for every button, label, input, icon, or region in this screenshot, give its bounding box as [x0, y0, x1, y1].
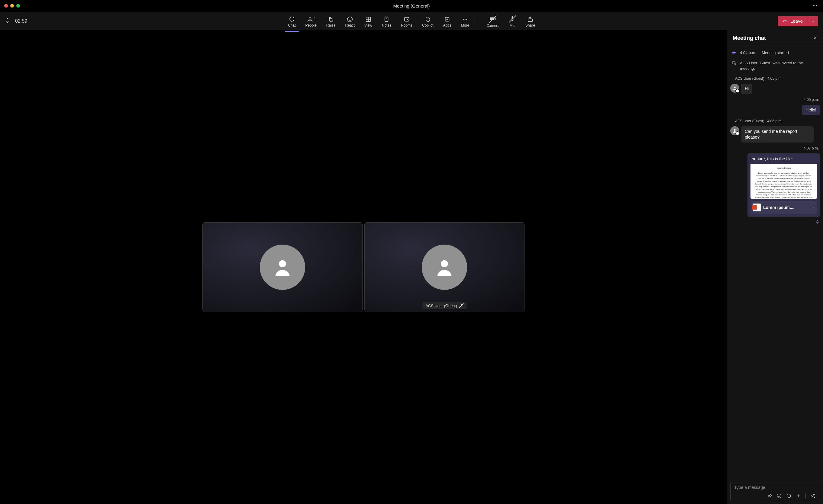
svg-point-2	[816, 5, 817, 5]
svg-point-22	[734, 129, 735, 131]
message-time: 4:05 p.m.	[768, 76, 783, 81]
svg-rect-7	[385, 17, 388, 21]
react-button[interactable]: React	[344, 15, 356, 27]
svg-point-1	[815, 5, 815, 5]
message-text: for sure, this is the file:	[751, 157, 817, 161]
zoom-window-button[interactable]	[16, 4, 20, 8]
svg-point-4	[309, 17, 311, 19]
read-receipt-icon	[816, 219, 820, 225]
file-message[interactable]: for sure, this is the file: Lorem ipsum …	[748, 154, 820, 217]
view-button[interactable]: View	[363, 15, 373, 27]
system-time: 4:04 p.m.	[740, 50, 756, 55]
people-label: People	[305, 23, 316, 27]
svg-point-3	[290, 17, 294, 21]
svg-point-23	[811, 207, 811, 208]
share-button[interactable]: Share	[524, 15, 536, 27]
svg-point-24	[812, 207, 812, 208]
system-text: Meeting started	[762, 50, 789, 55]
powerpoint-icon	[753, 204, 761, 211]
notes-label: Notes	[382, 23, 391, 27]
leave-options-button[interactable]	[808, 16, 818, 26]
attach-button[interactable]	[796, 493, 801, 499]
camera-label: Camera	[486, 24, 499, 28]
message-time: 4:06 p.m.	[768, 119, 783, 123]
camera-button[interactable]: Camera	[485, 14, 501, 28]
camera-off-icon	[489, 15, 496, 23]
chat-label: Chat	[288, 23, 296, 27]
share-label: Share	[525, 23, 535, 27]
file-preview: Lorem ipsum Lorem ipsum dolor sit amet, …	[751, 164, 817, 199]
svg-point-12	[467, 19, 467, 20]
mic-label: Mic	[509, 24, 515, 28]
copilot-button[interactable]: Copilot	[421, 15, 435, 27]
leave-label: Leave	[790, 18, 803, 24]
message-bubble[interactable]: Hi	[741, 84, 752, 94]
participant-tile-2[interactable]: ACS User (Guest)	[364, 222, 524, 312]
doc-preview-title: Lorem ipsum	[777, 167, 791, 170]
chat-button[interactable]: Chat	[287, 15, 297, 27]
svg-point-10	[463, 19, 464, 20]
svg-point-15	[279, 260, 286, 267]
people-count: 2	[314, 17, 315, 21]
more-button[interactable]: More	[460, 15, 470, 27]
shield-icon[interactable]	[5, 18, 10, 24]
compose-area	[727, 479, 823, 504]
rooms-label: Rooms	[401, 23, 413, 27]
title-more-button[interactable]	[812, 3, 818, 9]
participant-tile-1[interactable]	[202, 222, 362, 312]
view-label: View	[364, 23, 372, 27]
video-stage: ACS User (Guest)	[0, 30, 727, 504]
participant-label: ACS User (Guest)	[423, 302, 467, 309]
svg-rect-13	[511, 16, 513, 19]
mic-button[interactable]: Mic	[508, 14, 517, 28]
chat-panel: Meeting chat 4:04 p.m. Meeting started	[727, 30, 823, 504]
titlebar: Meeting (General)	[0, 0, 823, 11]
raise-button[interactable]: Raise	[325, 15, 337, 27]
avatar-icon	[422, 245, 467, 290]
minimize-window-button[interactable]	[10, 4, 14, 8]
video-icon	[731, 50, 737, 55]
svg-point-25	[813, 207, 814, 208]
window-title: Meeting (General)	[393, 3, 430, 8]
message-sender: ACS User (Guest)	[735, 119, 765, 123]
svg-rect-17	[461, 304, 462, 306]
emoji-button[interactable]	[777, 493, 782, 499]
message-bubble[interactable]: Can you send me the report please?	[741, 126, 814, 143]
svg-point-16	[441, 260, 448, 267]
more-label: More	[461, 23, 469, 27]
apps-label: Apps	[443, 23, 451, 27]
message-sender: ACS User (Guest)	[735, 76, 765, 81]
apps-button[interactable]: Apps	[442, 15, 452, 27]
doc-preview-body: Lorem ipsum dolor sit amet, consectetur …	[755, 172, 813, 199]
message-input[interactable]	[734, 485, 816, 490]
close-window-button[interactable]	[4, 4, 8, 8]
system-message: ACS User (Guest) was invited to the meet…	[730, 59, 820, 72]
participant-name: ACS User (Guest)	[426, 303, 457, 308]
notes-button[interactable]: Notes	[381, 15, 392, 27]
message-bubble[interactable]: Hello!	[802, 105, 820, 115]
mic-muted-icon	[460, 303, 464, 308]
svg-rect-8	[404, 17, 409, 21]
meeting-timer: 02:59	[15, 18, 27, 24]
svg-point-0	[813, 5, 814, 5]
file-more-button[interactable]	[810, 205, 815, 211]
svg-point-11	[465, 19, 466, 20]
chat-panel-title: Meeting chat	[733, 35, 766, 41]
react-label: React	[345, 23, 355, 27]
svg-point-5	[347, 17, 353, 22]
loop-button[interactable]	[786, 493, 792, 499]
system-text: ACS User (Guest) was invited to the meet…	[740, 60, 819, 71]
system-message: 4:04 p.m. Meeting started	[730, 49, 820, 57]
leave-button[interactable]: Leave	[778, 16, 808, 26]
svg-point-21	[734, 86, 735, 88]
message-time: 4:07 p.m.	[804, 146, 819, 151]
close-chat-button[interactable]	[813, 35, 818, 41]
format-button[interactable]	[767, 493, 772, 499]
send-button[interactable]	[810, 493, 816, 499]
mic-off-icon	[509, 15, 516, 23]
raise-label: Raise	[326, 23, 336, 27]
rooms-button[interactable]: Rooms	[400, 15, 414, 27]
window-controls	[4, 4, 20, 8]
toolbar-separator	[478, 16, 478, 27]
people-button[interactable]: 2 People	[304, 15, 318, 27]
